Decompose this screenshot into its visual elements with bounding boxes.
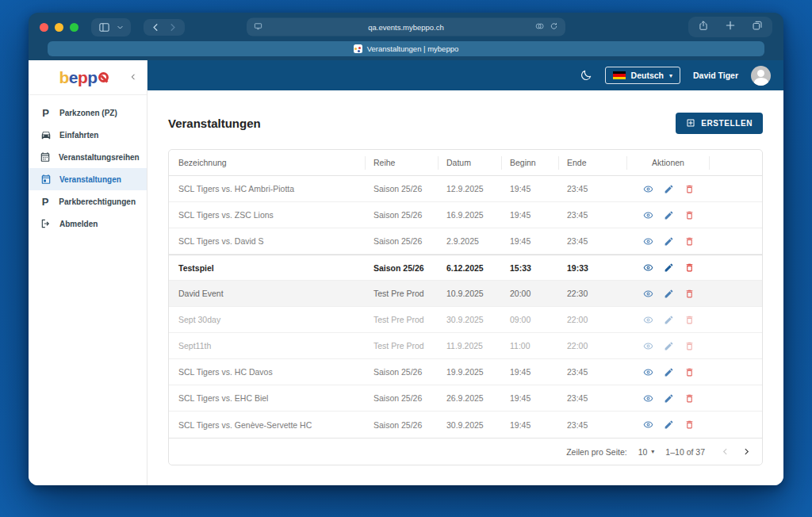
edit-button[interactable] — [664, 210, 674, 220]
rows-per-page-select[interactable]: 10 ▾ — [638, 447, 655, 457]
create-button[interactable]: ERSTELLEN — [676, 113, 763, 134]
column-header: Beginn — [502, 156, 559, 170]
delete-button[interactable] — [684, 341, 695, 351]
chevron-down-icon[interactable] — [117, 24, 124, 31]
cell-ende: 22:30 — [559, 281, 627, 306]
new-tab-icon[interactable] — [725, 20, 736, 34]
calendar-month-icon — [40, 151, 51, 163]
cell-ende: 23:45 — [559, 359, 627, 385]
edit-button[interactable] — [664, 419, 674, 430]
delete-button[interactable] — [684, 419, 695, 430]
tab-overview-icon[interactable] — [752, 20, 763, 34]
reload-icon[interactable] — [550, 22, 558, 33]
language-selector[interactable]: Deutsch ▾ — [605, 67, 680, 84]
view-button[interactable] — [643, 419, 653, 430]
delete-button[interactable] — [684, 210, 695, 220]
cell-datum: 6.12.2025 — [439, 255, 502, 280]
delete-button[interactable] — [684, 184, 695, 194]
address-bar[interactable]: qa.events.mybeppo.ch — [247, 18, 565, 36]
browser-tab[interactable]: Veranstaltungen | mybeppo — [48, 41, 764, 56]
sidebar-item-parkberechtigungen[interactable]: PParkberechtigungen — [29, 190, 147, 213]
sidebar-item-label: Einfahrten — [59, 131, 98, 140]
sidebar-item-veranstaltungen[interactable]: Veranstaltungen — [29, 168, 147, 190]
edit-button[interactable] — [664, 236, 674, 247]
browser-window: qa.events.mybeppo.ch Veranstaltungen | m… — [29, 13, 783, 485]
delete-button[interactable] — [684, 262, 695, 273]
view-button[interactable] — [643, 341, 653, 351]
dark-mode-icon[interactable] — [580, 69, 592, 82]
delete-button[interactable] — [684, 367, 695, 377]
cell-spacer — [710, 228, 762, 254]
minimize-window-button[interactable] — [55, 23, 63, 32]
cell-ende: 23:45 — [559, 412, 627, 438]
delete-button[interactable] — [684, 289, 695, 299]
cell-ende: 22:00 — [559, 307, 627, 332]
cell-datum: 26.9.2025 — [439, 385, 502, 411]
sidebar-item-label: Parkberechtigungen — [59, 197, 136, 206]
url-text: qa.events.mybeppo.ch — [368, 23, 444, 32]
cell-spacer — [710, 412, 762, 438]
cell-datum: 10.9.2025 — [439, 281, 502, 306]
avatar[interactable] — [751, 66, 771, 86]
close-window-button[interactable] — [40, 23, 48, 32]
view-button[interactable] — [643, 210, 653, 220]
tab-title: Veranstaltungen | mybeppo — [367, 44, 459, 53]
cell-spacer — [710, 385, 762, 411]
edit-button[interactable] — [664, 341, 674, 351]
forward-icon[interactable] — [167, 22, 178, 33]
view-button[interactable] — [643, 289, 653, 299]
view-button[interactable] — [643, 236, 653, 247]
collapse-sidebar-icon[interactable] — [129, 73, 137, 82]
table-row: Sept 30dayTest Pre Prod30.9.202509:0022:… — [169, 307, 762, 333]
cell-datum: 16.9.2025 — [439, 202, 502, 228]
table-pagination: Zeilen pro Seite: 10 ▾ 1–10 of 37 — [169, 438, 762, 465]
tab-favicon-icon — [354, 44, 362, 53]
view-button[interactable] — [643, 367, 653, 377]
cell-beginn: 09:00 — [502, 307, 559, 332]
next-page-icon[interactable] — [742, 447, 751, 456]
edit-button[interactable] — [664, 393, 674, 404]
logo-letter: b — [59, 68, 68, 86]
edit-button[interactable] — [664, 262, 674, 273]
edit-button[interactable] — [664, 315, 674, 325]
edit-button[interactable] — [664, 367, 674, 377]
browser-sidebar-icon[interactable] — [98, 21, 110, 33]
translate-icon[interactable] — [535, 22, 544, 33]
cell-ende: 23:45 — [559, 385, 627, 411]
column-header: Reihe — [366, 156, 439, 170]
zoom-window-button[interactable] — [70, 23, 79, 32]
cell-bezeichnung: SCL Tigers vs. EHC Biel — [169, 385, 366, 411]
sidebar-item-abmelden[interactable]: Abmelden — [29, 213, 147, 235]
cell-reihe: Saison 25/26 — [366, 228, 439, 254]
view-button[interactable] — [643, 315, 653, 325]
column-header: Bezeichnung — [169, 156, 366, 170]
logo-letter: e — [69, 68, 78, 86]
tab-strip: Veranstaltungen | mybeppo — [29, 41, 783, 60]
delete-button[interactable] — [684, 393, 695, 404]
share-icon[interactable] — [698, 20, 709, 34]
cell-spacer — [710, 176, 762, 201]
previous-page-icon[interactable] — [721, 447, 730, 456]
view-button[interactable] — [643, 393, 653, 404]
delete-button[interactable] — [684, 315, 695, 325]
sidebar-item-veranstaltungsreihen[interactable]: Veranstaltungsreihen — [29, 146, 147, 168]
cell-spacer — [710, 255, 762, 280]
delete-button[interactable] — [684, 236, 695, 247]
cell-spacer — [710, 202, 762, 228]
view-button[interactable] — [643, 262, 653, 273]
cell-beginn: 19:45 — [502, 359, 559, 385]
cell-spacer — [710, 359, 762, 385]
parking-icon: P — [40, 197, 51, 207]
cell-aktionen — [627, 202, 710, 228]
view-button[interactable] — [643, 184, 653, 194]
edit-button[interactable] — [664, 184, 674, 194]
sidebar-item-parkzonen[interactable]: PParkzonen (PZ) — [29, 101, 147, 124]
user-name: David Tiger — [693, 71, 738, 80]
back-icon[interactable] — [151, 22, 161, 33]
edit-button[interactable] — [664, 289, 674, 299]
sidebar-item-einfahrten[interactable]: Einfahrten — [29, 124, 147, 146]
cell-aktionen — [627, 176, 710, 201]
cell-datum: 30.9.2025 — [439, 307, 502, 332]
cell-spacer — [710, 281, 762, 306]
cell-beginn: 19:45 — [502, 228, 559, 254]
